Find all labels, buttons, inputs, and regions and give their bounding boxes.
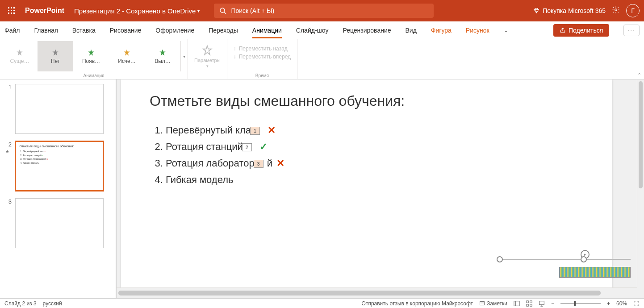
- document-title[interactable]: Презентация 2 - Сохранено в OneDrive ▾: [74, 7, 200, 15]
- svg-rect-8: [13, 12, 15, 14]
- animation-preset[interactable]: Исче…: [109, 41, 145, 71]
- tab-slideshow[interactable]: Слайд-шоу: [296, 23, 329, 38]
- fit-icon: [633, 300, 640, 307]
- zoom-slider-knob[interactable]: [574, 301, 576, 306]
- anim-label: Исче…: [118, 58, 135, 64]
- parameters-label: Параметры: [194, 58, 221, 63]
- scrollbar-thumb[interactable]: [639, 81, 643, 188]
- animation-preset[interactable]: Появ…: [73, 41, 109, 71]
- svg-rect-22: [527, 300, 528, 302]
- svg-rect-20: [514, 301, 519, 306]
- ribbon: Суще…НетПояв…Исче…Выл… ▾ Анимация Параме…: [0, 39, 644, 79]
- workspace: 12★Отметьте виды смешанного обучения:Пер…: [0, 79, 644, 298]
- move-forward-button: ↓ Переместить вперед: [234, 54, 291, 60]
- document-name: Презентация 2: [74, 7, 120, 15]
- ribbon-group-parameters: Параметры ▾: [188, 39, 227, 79]
- zoom-slider[interactable]: [560, 303, 601, 304]
- notes-button[interactable]: Заметки: [479, 300, 507, 307]
- vertical-scrollbar[interactable]: [637, 79, 644, 287]
- user-avatar[interactable]: Г: [626, 4, 640, 17]
- settings-icon[interactable]: [612, 6, 620, 16]
- svg-marker-16: [159, 50, 165, 56]
- share-label: Поделиться: [569, 27, 603, 34]
- timeline-track: [497, 259, 631, 260]
- view-sorter-button[interactable]: [526, 300, 532, 307]
- view-slideshow-button[interactable]: [539, 300, 545, 307]
- language-label[interactable]: русский: [43, 300, 62, 307]
- star-icon: [158, 48, 167, 57]
- zoom-level[interactable]: 60%: [616, 300, 627, 307]
- zoom-in-button[interactable]: +: [607, 300, 610, 307]
- view-normal-icon: [514, 300, 520, 307]
- ribbon-group-animation: Суще…НетПояв…Исче…Выл… ▾ Анимация: [0, 39, 188, 79]
- slide-thumbnail[interactable]: Отметьте виды смешанного обучения:Перевё…: [15, 141, 104, 191]
- svg-rect-18: [480, 301, 485, 305]
- star-icon: [51, 48, 60, 57]
- tab-draw[interactable]: Рисование: [110, 23, 142, 38]
- slide-title: Отметьте виды смешанного обучения:: [150, 93, 584, 109]
- trigger-tag[interactable]: 3: [254, 160, 263, 168]
- animation-preset[interactable]: Нет: [38, 41, 73, 71]
- anim-label: Нет: [51, 58, 60, 64]
- slide-thumbnail[interactable]: [15, 84, 104, 134]
- tabs-overflow-icon[interactable]: ⌄: [504, 27, 508, 33]
- chevron-down-icon: ▾: [197, 8, 200, 13]
- search-input[interactable]: Поиск (Alt + Ы): [214, 4, 434, 18]
- svg-marker-13: [52, 50, 58, 56]
- trigger-tag[interactable]: 2: [242, 143, 252, 151]
- animation-preset: Суще…: [2, 41, 38, 71]
- feedback-link[interactable]: Отправить отзыв в корпорацию Майкрософт: [362, 300, 473, 307]
- diamond-icon: [533, 7, 540, 14]
- svg-rect-4: [11, 10, 12, 11]
- more-options-button[interactable]: ···: [623, 25, 640, 36]
- presenter-icon: [539, 300, 545, 307]
- status-bar: Слайд 2 из 3 русский Отправить отзыв в к…: [0, 298, 644, 308]
- collapse-ribbon-icon[interactable]: ⌃: [637, 72, 641, 78]
- share-button[interactable]: Поделиться: [553, 24, 609, 37]
- animation-preset[interactable]: Выл…: [145, 41, 180, 71]
- slide-thumbnail[interactable]: [15, 198, 104, 248]
- tab-animations[interactable]: Анимации: [252, 23, 282, 38]
- slide-list: Перевёрнутый кла1 ✕Ротация станций2 ✓Рот…: [150, 122, 584, 188]
- tab-context-shape[interactable]: Фигура: [431, 23, 452, 38]
- trigger-tag[interactable]: 1: [250, 127, 260, 135]
- timeline-handle-start[interactable]: [497, 256, 503, 262]
- slide-list-item: Ротация станций2 ✓: [166, 138, 584, 155]
- thumb-number: 2★: [6, 141, 12, 191]
- animation-parameters-button: Параметры ▾: [192, 41, 223, 71]
- zoom-out-button[interactable]: −: [551, 300, 554, 307]
- slide-list-item: Перевёрнутый кла1 ✕: [166, 122, 584, 138]
- tab-home[interactable]: Главная: [34, 23, 58, 38]
- check-icon: ✓: [258, 139, 269, 154]
- slide-list-item: Гибкая модель: [166, 171, 584, 188]
- timeline-handle-end[interactable]: [581, 256, 587, 262]
- timeline-media-strip[interactable]: [559, 267, 631, 278]
- app-launcher-icon[interactable]: [4, 4, 19, 18]
- tab-transitions[interactable]: Переходы: [209, 23, 238, 38]
- tab-file[interactable]: Файл: [4, 23, 20, 38]
- scrollbar-thumb[interactable]: [118, 291, 601, 296]
- fit-to-window-button[interactable]: [633, 300, 640, 307]
- buy-microsoft-365-button[interactable]: Покупка Microsoft 365: [533, 7, 606, 14]
- title-bar: PowerPoint Презентация 2 - Сохранено в O…: [0, 0, 644, 21]
- svg-rect-25: [530, 304, 532, 306]
- tab-view[interactable]: Вид: [406, 23, 417, 38]
- svg-rect-7: [11, 12, 12, 14]
- svg-rect-23: [530, 300, 532, 302]
- svg-rect-24: [527, 304, 528, 306]
- cross-icon: ✕: [266, 123, 277, 137]
- svg-rect-0: [8, 7, 9, 8]
- view-normal-button[interactable]: [514, 300, 520, 307]
- tab-context-picture[interactable]: Рисунок: [466, 23, 489, 38]
- slide-thumbnails-pane: 12★Отметьте виды смешанного обучения:Пер…: [0, 79, 116, 298]
- tab-insert[interactable]: Вставка: [72, 23, 96, 38]
- svg-marker-17: [203, 46, 212, 55]
- tab-design[interactable]: Оформление: [155, 23, 194, 38]
- horizontal-scrollbar[interactable]: [117, 287, 637, 298]
- star-icon: [15, 48, 24, 57]
- svg-rect-6: [8, 12, 9, 14]
- slide-canvas-area: Отметьте виды смешанного обучения: Перев…: [116, 79, 644, 298]
- move-forward-label: Переместить вперед: [239, 54, 291, 60]
- tab-review[interactable]: Рецензирование: [343, 23, 391, 38]
- animation-gallery-more[interactable]: ▾: [180, 41, 188, 71]
